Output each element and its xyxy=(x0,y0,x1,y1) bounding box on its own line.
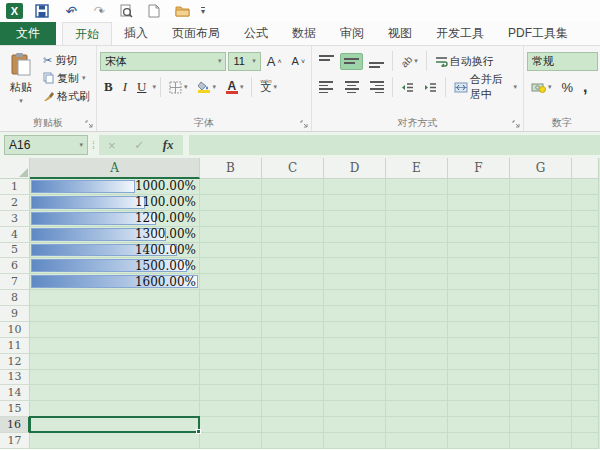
cell-B12[interactable] xyxy=(200,354,262,370)
cell-C16[interactable] xyxy=(262,417,324,433)
cell-E3[interactable] xyxy=(386,211,448,227)
cell-F3[interactable] xyxy=(448,211,510,227)
cell-C3[interactable] xyxy=(262,211,324,227)
cell-D13[interactable] xyxy=(324,370,386,386)
cell-C14[interactable] xyxy=(262,385,324,401)
decrease-font-size-button[interactable]: A˅ xyxy=(288,53,309,69)
cut-button[interactable]: ✂ 剪切 xyxy=(39,51,94,69)
cell-A11[interactable] xyxy=(30,338,200,354)
cell-F13[interactable] xyxy=(448,370,510,386)
font-color-button[interactable]: A ▾ xyxy=(222,79,248,96)
row-header-10[interactable]: 10 xyxy=(0,322,30,338)
cell-partial9[interactable] xyxy=(572,306,599,322)
paste-button[interactable]: 粘贴 ▾ xyxy=(3,49,39,107)
cell-D7[interactable] xyxy=(324,274,386,290)
tab-插入[interactable]: 插入 xyxy=(112,22,160,45)
cell-B17[interactable] xyxy=(200,433,262,449)
tab-审阅[interactable]: 审阅 xyxy=(328,22,376,45)
cell-partial15[interactable] xyxy=(572,401,599,417)
cell-D10[interactable] xyxy=(324,322,386,338)
row-header-1[interactable]: 1 xyxy=(0,179,30,195)
formula-input[interactable] xyxy=(187,135,600,155)
cell-partial4[interactable] xyxy=(572,227,599,243)
cell-E10[interactable] xyxy=(386,322,448,338)
row-header-15[interactable]: 15 xyxy=(0,401,30,417)
tab-页面布局[interactable]: 页面布局 xyxy=(160,22,232,45)
cell-C4[interactable] xyxy=(262,227,324,243)
open-folder-icon[interactable] xyxy=(173,3,191,19)
new-file-icon[interactable] xyxy=(145,3,163,19)
cell-partial3[interactable] xyxy=(572,211,599,227)
cell-D8[interactable] xyxy=(324,290,386,306)
paste-dropdown-icon[interactable]: ▾ xyxy=(19,97,23,105)
cell-B9[interactable] xyxy=(200,306,262,322)
cell-F5[interactable] xyxy=(448,243,510,259)
cell-A12[interactable] xyxy=(30,354,200,370)
cell-D12[interactable] xyxy=(324,354,386,370)
cell-B6[interactable] xyxy=(200,258,262,274)
column-header-G[interactable]: G xyxy=(510,158,572,179)
row-header-13[interactable]: 13 xyxy=(0,370,30,386)
select-all-corner[interactable] xyxy=(0,158,30,179)
row-header-3[interactable]: 3 xyxy=(0,211,30,227)
column-header-A[interactable]: A xyxy=(30,158,200,179)
cell-E13[interactable] xyxy=(386,370,448,386)
cell-B13[interactable] xyxy=(200,370,262,386)
cell-A10[interactable] xyxy=(30,322,200,338)
cell-partial17[interactable] xyxy=(572,433,599,449)
cell-E16[interactable] xyxy=(386,417,448,433)
name-box[interactable]: A16 ▾ xyxy=(4,135,88,155)
cell-E14[interactable] xyxy=(386,385,448,401)
cell-F17[interactable] xyxy=(448,433,510,449)
cell-E12[interactable] xyxy=(386,354,448,370)
cell-partial6[interactable] xyxy=(572,258,599,274)
clipboard-dialog-launcher[interactable] xyxy=(85,120,94,129)
cell-G12[interactable] xyxy=(510,354,572,370)
cell-G4[interactable] xyxy=(510,227,572,243)
underline-button[interactable]: U xyxy=(133,77,150,97)
middle-align-button[interactable] xyxy=(340,53,363,70)
cell-partial8[interactable] xyxy=(572,290,599,306)
cell-partial11[interactable] xyxy=(572,338,599,354)
cell-C2[interactable] xyxy=(262,195,324,211)
cell-B5[interactable] xyxy=(200,243,262,259)
cell-C10[interactable] xyxy=(262,322,324,338)
cell-E2[interactable] xyxy=(386,195,448,211)
cell-A3[interactable]: 1200.00% xyxy=(30,211,200,227)
cell-G15[interactable] xyxy=(510,401,572,417)
cell-B4[interactable] xyxy=(200,227,262,243)
phonetic-guide-button[interactable]: wén文 ▾ xyxy=(256,80,281,95)
accounting-format-button[interactable]: ▾ xyxy=(527,80,556,95)
cell-A7[interactable]: 1600.00% xyxy=(30,274,200,290)
cell-D17[interactable] xyxy=(324,433,386,449)
cell-G1[interactable] xyxy=(510,179,572,195)
print-preview-icon[interactable] xyxy=(117,3,135,19)
column-header-C[interactable]: C xyxy=(262,158,324,179)
row-header-7[interactable]: 7 xyxy=(0,274,30,290)
fill-handle[interactable] xyxy=(196,429,201,434)
column-header-F[interactable]: F xyxy=(448,158,510,179)
cell-D9[interactable] xyxy=(324,306,386,322)
cell-G7[interactable] xyxy=(510,274,572,290)
cell-A9[interactable] xyxy=(30,306,200,322)
cell-E17[interactable] xyxy=(386,433,448,449)
cell-F12[interactable] xyxy=(448,354,510,370)
cell-F11[interactable] xyxy=(448,338,510,354)
cell-C5[interactable] xyxy=(262,243,324,259)
number-format-combo[interactable]: 常规 xyxy=(527,52,598,71)
cell-B16[interactable] xyxy=(200,417,262,433)
cell-G5[interactable] xyxy=(510,243,572,259)
cell-partial1[interactable] xyxy=(572,179,599,195)
cell-B15[interactable] xyxy=(200,401,262,417)
cell-G10[interactable] xyxy=(510,322,572,338)
cell-C7[interactable] xyxy=(262,274,324,290)
cell-partial16[interactable] xyxy=(572,417,599,433)
font-name-combo[interactable]: 宋体 ▾ xyxy=(100,52,226,71)
cell-D15[interactable] xyxy=(324,401,386,417)
row-header-16[interactable]: 16 xyxy=(0,417,30,433)
save-icon[interactable] xyxy=(33,3,51,19)
cell-C9[interactable] xyxy=(262,306,324,322)
cell-C11[interactable] xyxy=(262,338,324,354)
cell-A6[interactable]: 1500.00% xyxy=(30,258,200,274)
cell-G3[interactable] xyxy=(510,211,572,227)
